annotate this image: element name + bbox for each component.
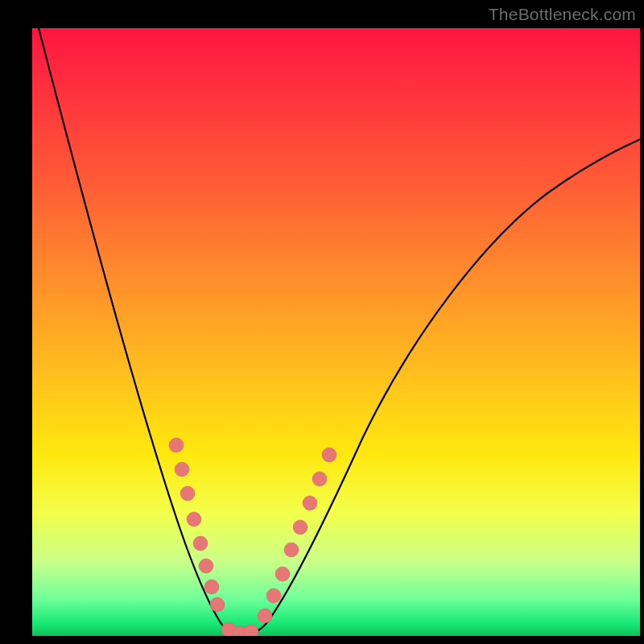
bottleneck-curve [32,28,640,636]
svg-point-1 [175,462,189,477]
svg-point-11 [258,609,272,623]
svg-point-5 [199,559,213,573]
svg-point-14 [284,543,299,557]
svg-point-18 [322,448,336,462]
svg-point-6 [204,580,219,594]
svg-point-12 [266,588,281,603]
svg-point-7 [210,597,225,612]
chart-container: TheBottleneck.com [0,0,644,644]
svg-point-3 [187,512,201,526]
svg-point-16 [303,496,317,510]
svg-point-13 [275,567,290,581]
svg-point-17 [312,472,327,486]
svg-point-15 [293,520,308,535]
plot-area [32,28,640,636]
svg-point-0 [169,438,184,452]
svg-point-4 [193,536,208,551]
svg-point-2 [180,486,195,501]
svg-point-10 [244,625,258,636]
watermark-text: TheBottleneck.com [489,5,636,24]
